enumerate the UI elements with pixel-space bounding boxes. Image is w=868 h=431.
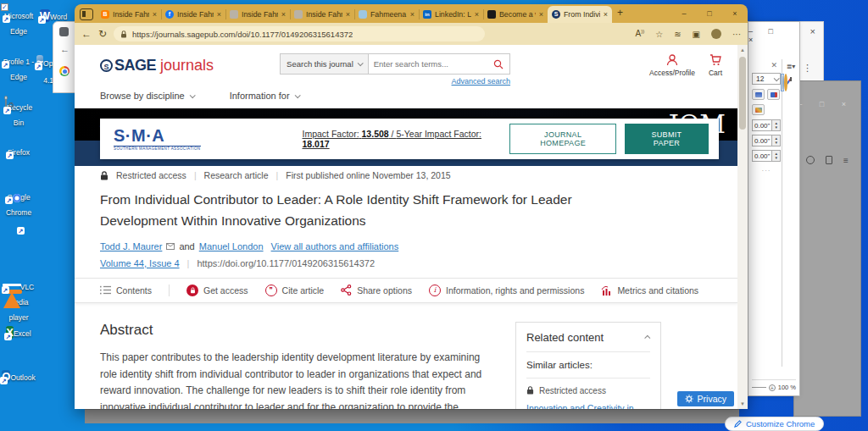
information-rights-button[interactable]: i Information, rights and permissions xyxy=(429,285,584,296)
desktop-icon-microsoft-edge[interactable]: ↗✓Microsoft Edge xyxy=(0,7,38,37)
bookmark-icon[interactable] xyxy=(826,156,832,164)
tab-close-icon[interactable]: × xyxy=(346,10,350,19)
zoom-in-icon[interactable]: + xyxy=(769,384,776,391)
minimize-button[interactable]: – xyxy=(671,9,697,18)
maximize-button[interactable]: □ xyxy=(697,9,722,18)
browser-tab[interactable]: inLinkedIn: Log In× xyxy=(419,6,483,23)
desktop-icon-firefox[interactable]: ↗Firefox xyxy=(0,143,38,158)
customize-chrome-button[interactable]: Customize Chrome xyxy=(725,417,824,431)
hamburger-menu-icon[interactable]: ≡ xyxy=(843,156,849,165)
browser-tab[interactable]: Inside Fahmeen× xyxy=(290,6,354,23)
browser-tab[interactable]: Become a verifi× xyxy=(483,6,548,23)
stepper-arrows[interactable]: ▴▾ xyxy=(772,119,781,131)
browser-tab[interactable]: fInside Fahmeen× xyxy=(161,6,225,23)
nav-information-for[interactable]: Information for xyxy=(230,91,299,101)
indent-stepper[interactable]: 0.00" ▴▾ xyxy=(752,119,781,131)
selection-checkbox[interactable]: ✓ xyxy=(1,3,8,11)
collections-icon[interactable]: ▣ xyxy=(693,30,700,39)
cart-button[interactable]: Cart xyxy=(709,53,722,77)
tab-close-icon[interactable]: × xyxy=(153,10,157,19)
tab-close-icon[interactable]: × xyxy=(539,10,543,19)
favorites-bar-icon[interactable]: ≋ xyxy=(674,30,681,39)
settings-menu-icon[interactable]: ··· xyxy=(732,30,741,39)
page-scrollbar[interactable]: ▲ ▼ xyxy=(737,45,748,409)
pocket-icon[interactable] xyxy=(806,156,815,164)
stepper-value[interactable]: 0.00" xyxy=(752,119,772,131)
desktop-icon-excel[interactable]: X↗Excel xyxy=(0,323,38,342)
tab-close-icon[interactable]: × xyxy=(410,10,415,19)
window-controls[interactable]: – □ × xyxy=(798,100,854,108)
desktop-icon-recycle-bin[interactable]: ↗Recycle Bin xyxy=(0,98,38,129)
chevron-up-icon[interactable] xyxy=(644,334,650,340)
desktop-icon-vlc-media-player[interactable]: ↗VLC media player xyxy=(0,278,38,323)
firefox-window-inactive[interactable]: – □ × ≡ xyxy=(793,80,861,417)
highlight-button[interactable] xyxy=(752,104,765,115)
metrics-citations-button[interactable]: Metrics and citations xyxy=(601,285,698,296)
scroll-up-arrow[interactable]: ▲ xyxy=(737,47,748,52)
browser-tab[interactable]: SFrom Individual× xyxy=(548,6,612,23)
sage-journals-logo[interactable]: S SAGE journals xyxy=(100,57,214,75)
spacing-stepper[interactable]: 0.00" ▴▾ xyxy=(752,150,781,162)
contents-button[interactable]: Contents xyxy=(100,285,152,296)
tab-close-icon[interactable]: × xyxy=(281,10,286,19)
search-button[interactable] xyxy=(487,54,509,74)
tab-close-icon[interactable]: × xyxy=(217,10,221,19)
address-bar[interactable]: https://journals.sagepub.com/doi/10.1177… xyxy=(114,26,485,41)
openoffice-window[interactable]: – □ × ✕ ≣▾ 12 0.00" ▴▾ xyxy=(748,21,800,396)
advanced-search-link[interactable]: Advanced search xyxy=(280,77,510,86)
browser-tab[interactable]: BInside Fahmeen× xyxy=(97,6,161,23)
url-text[interactable]: https://journals.sagepub.com/doi/10.1177… xyxy=(132,30,353,39)
format-button[interactable] xyxy=(752,89,765,100)
stepper-value[interactable]: 0.00" xyxy=(752,150,772,162)
lock-icon xyxy=(526,386,534,395)
read-aloud-icon[interactable]: A)) xyxy=(636,29,645,38)
scroll-down-arrow[interactable]: ▼ xyxy=(737,401,748,406)
author-link[interactable]: Manuel London xyxy=(199,241,264,251)
tab-actions-icon[interactable] xyxy=(80,8,93,20)
author-link[interactable]: Todd J. Maurer xyxy=(100,241,162,251)
desktop-icon-profile-1-edge[interactable]: ↗Profile 1 - Edge xyxy=(0,52,38,83)
privacy-button[interactable]: Privacy xyxy=(677,391,734,406)
view-all-authors-link[interactable]: View all authors and affiliations xyxy=(271,241,399,251)
search-scope-dropdown[interactable]: Search this journal xyxy=(281,54,369,74)
tab-close-icon[interactable]: × xyxy=(604,10,608,19)
volume-issue-link[interactable]: Volume 44, Issue 4 xyxy=(100,258,180,268)
kebab-menu-icon[interactable]: ⋮ xyxy=(803,63,812,74)
search-input[interactable] xyxy=(369,54,487,74)
cite-article-button[interactable]: ❞ Cite article xyxy=(265,285,325,296)
zoom-control[interactable]: + 100 % xyxy=(752,379,796,391)
panel-expander[interactable]: ··· xyxy=(752,167,781,174)
browser-tab[interactable]: Inside Fahmeen× xyxy=(225,6,290,23)
journal-homepage-button[interactable]: JOURNAL HOMEPAGE xyxy=(509,124,615,154)
profile-avatar[interactable] xyxy=(711,29,721,39)
tab-close-icon[interactable]: × xyxy=(475,10,479,19)
sma-logo[interactable]: S·M·A SOUTHERN MANAGEMENT ASSOCIATION xyxy=(114,127,201,152)
favorite-star-icon[interactable]: ☆ xyxy=(655,30,663,39)
nav-browse-by-discipline[interactable]: Browse by discipline xyxy=(100,91,194,101)
desktop-icon-outlook[interactable]: O↗Outlook xyxy=(0,367,38,386)
format-button[interactable] xyxy=(767,89,780,100)
refresh-button[interactable]: ↻ xyxy=(98,28,107,40)
stepper-value[interactable]: 0.00" xyxy=(752,135,772,146)
font-size-select[interactable]: 12 xyxy=(752,73,781,85)
sidebar-menu-icon[interactable]: ≣▾ xyxy=(782,63,799,70)
indent-stepper[interactable]: 0.00" ▴▾ xyxy=(752,135,781,146)
email-icon[interactable] xyxy=(166,243,175,250)
browser-tab[interactable]: Fahmeena Odet× xyxy=(354,6,419,23)
share-options-button[interactable]: Share options xyxy=(341,285,412,296)
new-tab-button[interactable]: + xyxy=(617,7,623,19)
background-browser-window-left[interactable]: ← xyxy=(53,21,76,93)
back-button[interactable]: ← xyxy=(81,28,92,40)
styles-deck-icon[interactable] xyxy=(784,74,787,91)
close-icon[interactable]: × xyxy=(810,26,815,36)
related-article-link[interactable]: Innovation and Creativity in Organizatio… xyxy=(526,401,650,409)
desktop-icon-google-chrome[interactable]: ↗Google Chrome xyxy=(0,188,38,218)
access-profile-button[interactable]: Access/Profile xyxy=(649,53,695,77)
stepper-arrows[interactable]: ▴▾ xyxy=(772,150,781,162)
get-access-button[interactable]: Get access xyxy=(186,285,248,296)
close-button[interactable]: × xyxy=(722,9,748,18)
stepper-arrows[interactable]: ▴▾ xyxy=(772,135,781,146)
submit-paper-button[interactable]: SUBMIT PAPER xyxy=(625,124,709,154)
scrollbar-thumb[interactable] xyxy=(739,57,746,130)
window-controls[interactable]: – □ × xyxy=(748,27,794,44)
